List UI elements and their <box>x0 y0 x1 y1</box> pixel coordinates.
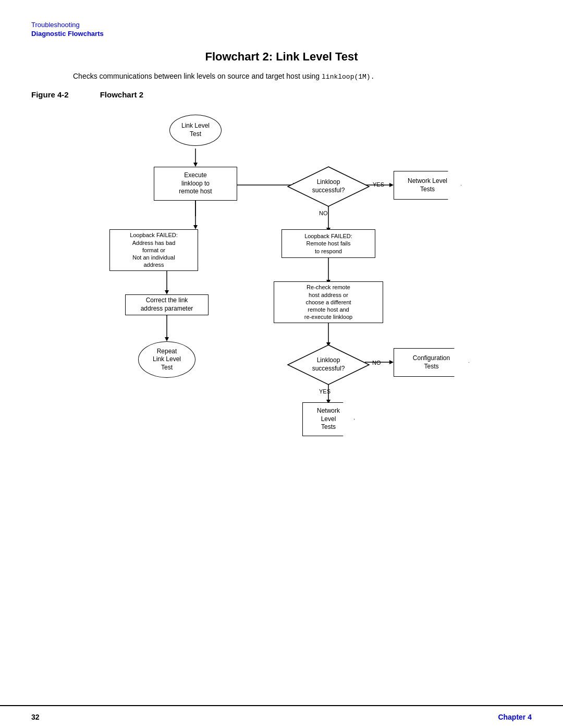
footer-chapter: Chapter 4 <box>498 713 532 721</box>
svg-marker-14 <box>165 337 169 341</box>
figure-caption: Flowchart 2 <box>100 90 143 99</box>
figure-label: Figure 4-2 <box>31 90 69 99</box>
footer: 32 Chapter 4 <box>0 705 563 728</box>
linkloop-success-bottom-shape: Linkloop successful? <box>287 344 370 386</box>
loopback-failed-left-shape: Loopback FAILED: Address has bad format … <box>109 229 198 271</box>
svg-marker-12 <box>165 290 169 294</box>
breadcrumb-troubleshooting[interactable]: Troubleshooting <box>31 21 80 29</box>
figure-label-row: Figure 4-2 Flowchart 2 <box>31 90 532 99</box>
breadcrumb: Troubleshooting <box>31 21 532 29</box>
configuration-tests-shape: Configuration Tests <box>394 348 469 377</box>
loopback-failed-right-shape: Loopback FAILED: Remote host fails to re… <box>282 229 375 258</box>
breadcrumb-diagnostic: Diagnostic Flowcharts <box>31 30 532 38</box>
breadcrumb-diagnostic-link[interactable]: Diagnostic Flowcharts <box>31 30 104 38</box>
network-level-tests-bottom-shape: Network Level Tests <box>302 402 354 436</box>
description-text: Checks communications between link level… <box>73 72 532 81</box>
yes-label-top: YES <box>373 181 384 188</box>
flowchart: Link Level Test Execute linkloop to remo… <box>57 104 506 511</box>
link-level-test-shape: Link Level Test <box>169 115 222 146</box>
footer-page-number: 32 <box>31 713 40 721</box>
repeat-link-level-test-shape: Repeat Link Level Test <box>138 341 195 378</box>
no-label-bottom: NO <box>372 360 381 366</box>
recheck-remote-shape: Re-check remote host address or choose a… <box>274 281 383 323</box>
network-level-tests-top-shape: Network Level Tests <box>394 171 461 200</box>
execute-linkloop-shape: Execute linkloop to remote host <box>154 167 237 201</box>
yes-label-bottom: YES <box>319 388 331 394</box>
page-title: Flowchart 2: Link Level Test <box>31 50 532 64</box>
svg-marker-1 <box>193 163 198 167</box>
svg-marker-22 <box>389 360 394 364</box>
svg-marker-6 <box>389 183 394 187</box>
no-label-top: NO <box>319 210 328 216</box>
correct-link-shape: Correct the link address parameter <box>125 294 209 315</box>
linkloop-success-top-shape: Linkloop successful? <box>287 166 370 207</box>
svg-marker-10 <box>193 225 198 229</box>
page: Troubleshooting Diagnostic Flowcharts Fl… <box>0 0 563 728</box>
